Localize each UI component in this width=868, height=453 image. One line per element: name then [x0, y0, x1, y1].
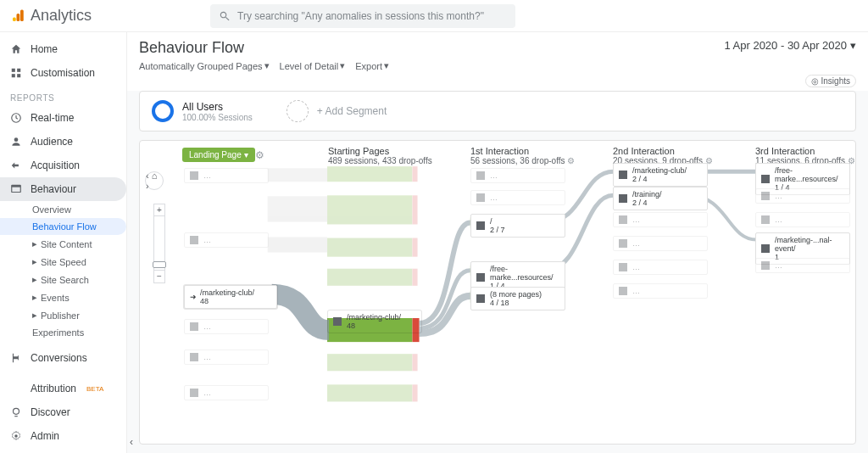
svg-rect-15	[327, 195, 412, 224]
page-icon	[190, 236, 198, 244]
chevron-right-icon: ▸	[32, 256, 37, 267]
node-start-marketing-club[interactable]: /marketing-club/48	[328, 310, 421, 333]
dashboard-icon	[10, 67, 22, 79]
column-settings-icon[interactable]: ⚙	[255, 149, 264, 161]
nav-events[interactable]: ▸Events	[0, 288, 126, 306]
zoom-track[interactable]	[154, 216, 164, 271]
node-i1-dim[interactable]: …	[470, 168, 565, 183]
zoom-thumb[interactable]	[153, 261, 166, 268]
nav-audience[interactable]: Audience	[0, 130, 126, 154]
page-icon	[761, 215, 770, 224]
col-1st-interaction: 1st Interaction56 sessions, 36 drop-offs…	[470, 146, 575, 165]
nav-experiments[interactable]: Experiments	[0, 324, 126, 341]
collapse-sidebar[interactable]: ‹	[130, 436, 133, 448]
node-i3-dim[interactable]: …	[755, 212, 850, 227]
page-icon	[333, 317, 342, 326]
zoom-out-button[interactable]: −	[154, 271, 164, 282]
nav-behaviour-overview[interactable]: Overview	[0, 201, 126, 218]
page-icon	[761, 244, 770, 253]
chevron-down-icon: ▾	[850, 39, 856, 52]
node-i1-root[interactable]: /2 / 7	[470, 214, 565, 238]
node-i2-dim[interactable]: …	[613, 212, 708, 227]
nav-discover[interactable]: Discover	[0, 400, 126, 424]
segment-all-users[interactable]: All Users100.00% Sessions	[152, 100, 253, 122]
svg-rect-24	[413, 384, 418, 401]
nav-reports-label: REPORTS	[0, 85, 126, 106]
chevron-right-icon: ▸	[32, 274, 37, 285]
nav-home[interactable]: Home	[0, 37, 126, 61]
node-i1-dim[interactable]: …	[470, 190, 565, 205]
svg-rect-18	[413, 238, 418, 257]
nav-left-icon[interactable]: ‹ ⌂ ›	[145, 171, 164, 190]
add-segment[interactable]: + Add Segment	[287, 100, 387, 122]
node-i2-dim[interactable]: …	[613, 260, 708, 275]
nav-attribution[interactable]: AttributionBETA	[0, 377, 126, 400]
node-landing-dim[interactable]: …	[184, 350, 269, 365]
brand-logo: Analytics	[10, 7, 92, 25]
chevron-right-icon: ▸	[32, 292, 37, 303]
zoom-control[interactable]: + −	[153, 204, 165, 283]
node-i3-dim[interactable]: …	[755, 258, 850, 273]
page-icon	[761, 261, 770, 270]
node-i2-dim[interactable]: …	[613, 236, 708, 251]
date-range-picker[interactable]: 1 Apr 2020 - 30 Apr 2020▾	[724, 39, 856, 52]
chevron-right-icon: ▸	[32, 238, 37, 249]
svg-rect-6	[17, 74, 20, 77]
nav-site-search[interactable]: ▸Site Search	[0, 271, 126, 288]
export-dropdown[interactable]: Export▾	[355, 60, 389, 71]
analytics-logo-icon	[10, 8, 25, 24]
svg-rect-16	[413, 195, 418, 224]
svg-rect-20	[413, 269, 418, 286]
flow-viz[interactable]: Landing Page ▾ ⚙ Starting Pages489 sessi…	[139, 140, 856, 445]
dimension-dropdown[interactable]: Automatically Grouped Pages▾	[139, 60, 270, 71]
node-i2-dim[interactable]: …	[613, 283, 708, 299]
nav-behaviour[interactable]: Behaviour	[0, 177, 126, 201]
segment-bar: All Users100.00% Sessions + Add Segment	[139, 91, 856, 131]
node-landing-dim[interactable]: …	[184, 232, 269, 248]
nav-site-content[interactable]: ▸Site Content	[0, 235, 126, 253]
page-icon	[619, 215, 627, 224]
node-landing-dim[interactable]: …	[184, 385, 269, 400]
nav-publisher[interactable]: ▸Publisher	[0, 306, 126, 324]
global-search[interactable]: Try searching "Any anomalies in sessions…	[210, 4, 515, 28]
main-content: Behaviour Flow 1 Apr 2020 - 30 Apr 2020▾…	[127, 32, 868, 453]
detail-dropdown[interactable]: Level of Detail▾	[280, 60, 346, 71]
person-icon	[10, 136, 22, 148]
landing-page-dropdown[interactable]: Landing Page ▾	[182, 148, 255, 162]
node-i1-more[interactable]: (8 more pages)4 / 18	[470, 287, 565, 310]
svg-point-12	[14, 434, 18, 438]
nav-acquisition[interactable]: Acquisition	[0, 154, 126, 177]
beta-badge: BETA	[86, 385, 103, 393]
node-i2-mktg[interactable]: /marketing-club/2 / 4	[613, 163, 708, 187]
svg-rect-13	[327, 166, 412, 182]
node-i3-dim[interactable]: …	[755, 188, 850, 204]
nav-behaviour-flow[interactable]: Behaviour Flow	[0, 218, 126, 235]
nav-admin[interactable]: Admin	[0, 424, 126, 448]
flow-home-control[interactable]: ‹ ⌂ ›	[145, 171, 164, 190]
svg-rect-4	[17, 69, 20, 72]
insights-button[interactable]: ◎Insights	[805, 75, 856, 87]
segment-indicator-icon	[152, 100, 174, 122]
chevron-right-icon: ▸	[32, 310, 37, 321]
page-icon	[476, 193, 485, 202]
node-landing-dim[interactable]: …	[184, 319, 269, 334]
zoom-in-button[interactable]: +	[154, 204, 164, 216]
add-segment-icon	[287, 100, 309, 122]
page-header: Behaviour Flow 1 Apr 2020 - 30 Apr 2020▾…	[127, 32, 868, 91]
left-nav: Home Customisation REPORTS Real-time Aud…	[0, 32, 127, 453]
page-icon	[619, 263, 627, 271]
search-placeholder: Try searching "Any anomalies in sessions…	[237, 10, 484, 22]
flag-icon	[10, 352, 22, 364]
gear-icon	[10, 430, 22, 442]
node-landing-marketing-club[interactable]: ➜ /marketing-club/48	[184, 285, 277, 309]
svg-rect-0	[13, 17, 16, 21]
nav-conversions[interactable]: Conversions	[0, 346, 126, 370]
nav-realtime[interactable]: Real-time	[0, 106, 126, 130]
node-i2-training[interactable]: /training/2 / 4	[613, 187, 708, 210]
col-starting-pages: Starting Pages489 sessions, 433 drop-off…	[328, 146, 432, 165]
svg-point-8	[14, 137, 19, 142]
node-landing-dim[interactable]: …	[184, 168, 269, 183]
nav-site-speed[interactable]: ▸Site Speed	[0, 253, 126, 271]
brand-name: Analytics	[31, 7, 92, 25]
nav-customisation[interactable]: Customisation	[0, 61, 126, 85]
